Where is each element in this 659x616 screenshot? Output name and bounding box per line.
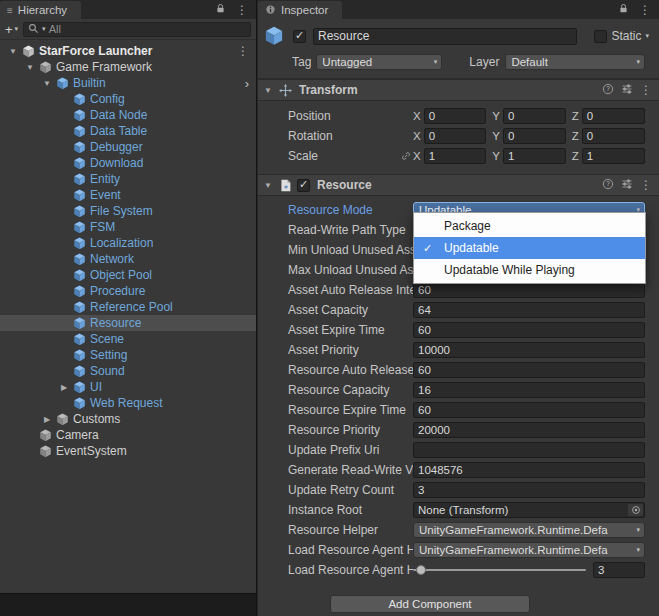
tab-inspector[interactable]: Inspector — [258, 1, 342, 19]
hierarchy-icon: ≡ — [7, 5, 13, 16]
search-input[interactable]: ▾ All — [23, 22, 251, 37]
static-dropdown-icon[interactable]: ▾ — [645, 32, 649, 40]
component-menu-icon[interactable]: ⋮ — [640, 179, 652, 191]
text-field[interactable]: 20000 — [413, 422, 645, 438]
panel-menu-icon[interactable]: ⋮ — [236, 4, 248, 16]
hierarchy-item-ui[interactable]: ▶UI — [0, 379, 256, 395]
slider-handle[interactable] — [416, 565, 426, 575]
vector-field[interactable]: 0 — [503, 128, 566, 144]
hierarchy-item-object-pool[interactable]: Object Pool — [0, 267, 256, 283]
vector-field[interactable]: 1 — [424, 148, 487, 164]
hierarchy-item-reference-pool[interactable]: Reference Pool — [0, 299, 256, 315]
hierarchy-item-label: EventSystem — [56, 444, 127, 458]
hierarchy-item-label: Event — [90, 188, 121, 202]
hierarchy-item-procedure[interactable]: Procedure — [0, 283, 256, 299]
text-field[interactable]: 3 — [413, 482, 645, 498]
hierarchy-item-config[interactable]: Config — [0, 91, 256, 107]
hierarchy-item-debugger[interactable]: Debugger — [0, 139, 256, 155]
object-field[interactable]: None (Transform) — [413, 502, 645, 518]
hierarchy-item-game-framework[interactable]: ▼Game Framework — [0, 59, 256, 75]
enum-dropdown[interactable]: UnityGameFramework.Runtime.Defa▾ — [413, 522, 645, 538]
slider-track[interactable] — [413, 569, 586, 571]
tab-hierarchy[interactable]: ≡ Hierarchy — [0, 1, 81, 19]
presets-icon[interactable] — [621, 178, 633, 193]
lock-icon[interactable] — [618, 3, 629, 17]
text-field[interactable]: 16 — [413, 382, 645, 398]
gameobject-name-field[interactable]: Resource — [313, 28, 577, 45]
hierarchy-item-network[interactable]: Network — [0, 251, 256, 267]
foldout-arrow[interactable]: ▼ — [40, 79, 54, 88]
dropdown-option-updatable-while-playing[interactable]: Updatable While Playing — [414, 259, 645, 281]
prefab-cube-icon[interactable] — [263, 25, 285, 47]
add-component-button[interactable]: Add Component — [330, 595, 530, 613]
hierarchy-item-sound[interactable]: Sound — [0, 363, 256, 379]
vector-field[interactable]: 1 — [582, 148, 645, 164]
axis-label: X — [413, 130, 421, 142]
text-field[interactable]: 1048576 — [413, 462, 645, 478]
vector-field[interactable]: 0 — [582, 108, 645, 124]
hierarchy-item-eventsystem[interactable]: EventSystem — [0, 443, 256, 459]
property-load-resource-agent-hel-17: Load Resource Agent HelUnityGameFramewor… — [288, 540, 645, 560]
foldout-arrow[interactable]: ▼ — [6, 47, 20, 56]
foldout-arrow[interactable]: ▼ — [23, 63, 37, 72]
lock-icon[interactable] — [215, 3, 226, 17]
object-picker-icon[interactable] — [628, 504, 643, 516]
property-label: Min Unload Unused Asset — [288, 243, 413, 257]
hierarchy-item-resource[interactable]: Resource — [0, 315, 256, 331]
dropdown-option-updatable[interactable]: ✓Updatable — [414, 237, 645, 259]
hierarchy-item-scene[interactable]: Scene — [0, 331, 256, 347]
component-enabled-checkbox[interactable] — [297, 179, 310, 192]
foldout-arrow[interactable]: ▼ — [262, 181, 274, 190]
hierarchy-item-download[interactable]: Download — [0, 155, 256, 171]
hierarchy-item-localization[interactable]: Localization — [0, 235, 256, 251]
vector-field[interactable]: 0 — [582, 128, 645, 144]
transform-row-rotation: RotationX0Y0Z0 — [288, 126, 645, 146]
open-prefab-icon[interactable]: › — [245, 76, 256, 91]
dropdown-option-package[interactable]: Package — [414, 215, 645, 237]
hierarchy-item-label: Builtin — [73, 76, 106, 90]
hierarchy-item-data-table[interactable]: Data Table — [0, 123, 256, 139]
foldout-arrow[interactable]: ▼ — [262, 86, 274, 95]
vector-field[interactable]: 0 — [424, 128, 487, 144]
hierarchy-item-web-request[interactable]: Web Request — [0, 395, 256, 411]
hierarchy-item-file-system[interactable]: File System — [0, 203, 256, 219]
presets-icon[interactable] — [621, 83, 633, 98]
hierarchy-item-customs[interactable]: ▶Customs — [0, 411, 256, 427]
text-field[interactable]: 60 — [413, 282, 645, 298]
foldout-arrow[interactable]: ▶ — [40, 415, 54, 424]
vector-field[interactable]: 0 — [424, 108, 487, 124]
transform-header[interactable]: ▼ Transform ? ⋮ — [258, 79, 659, 101]
hierarchy-item-camera[interactable]: Camera — [0, 427, 256, 443]
hierarchy-item-builtin[interactable]: ▼Builtin› — [0, 75, 256, 91]
hierarchy-item-entity[interactable]: Entity — [0, 171, 256, 187]
hierarchy-item-starforce-launcher[interactable]: ▼StarForce Launcher⋮ — [0, 43, 256, 59]
constrain-proportions-icon[interactable] — [399, 150, 413, 162]
create-object-button[interactable]: +▾ — [5, 22, 18, 37]
resource-header[interactable]: ▼ # Resource ? ⋮ — [258, 174, 659, 196]
hierarchy-item-fsm[interactable]: FSM — [0, 219, 256, 235]
help-icon[interactable]: ? — [602, 83, 614, 98]
enum-dropdown[interactable]: UnityGameFramework.Runtime.Defa▾ — [413, 542, 645, 558]
text-field[interactable]: 60 — [413, 362, 645, 378]
tag-dropdown[interactable]: Untagged ▾ — [316, 54, 442, 70]
component-menu-icon[interactable]: ⋮ — [640, 84, 652, 96]
vector-field[interactable]: 1 — [503, 148, 566, 164]
scene-options-icon[interactable]: ⋮ — [237, 45, 256, 57]
layer-dropdown[interactable]: Default ▾ — [505, 54, 645, 70]
text-field[interactable]: 64 — [413, 302, 645, 318]
foldout-arrow[interactable]: ▶ — [57, 383, 71, 392]
help-icon[interactable]: ? — [602, 178, 614, 193]
text-field[interactable]: 10000 — [413, 342, 645, 358]
vector-field[interactable]: 0 — [503, 108, 566, 124]
text-field[interactable] — [413, 442, 645, 458]
panel-menu-icon[interactable]: ⋮ — [639, 4, 651, 16]
static-checkbox[interactable] — [594, 30, 607, 43]
slider-value-field[interactable]: 3 — [593, 562, 645, 578]
text-field[interactable]: 60 — [413, 402, 645, 418]
text-field[interactable]: 60 — [413, 322, 645, 338]
search-filter-chevron-icon[interactable]: ▾ — [42, 25, 46, 33]
hierarchy-item-data-node[interactable]: Data Node — [0, 107, 256, 123]
active-checkbox[interactable] — [293, 30, 306, 43]
hierarchy-item-setting[interactable]: Setting — [0, 347, 256, 363]
hierarchy-item-event[interactable]: Event — [0, 187, 256, 203]
